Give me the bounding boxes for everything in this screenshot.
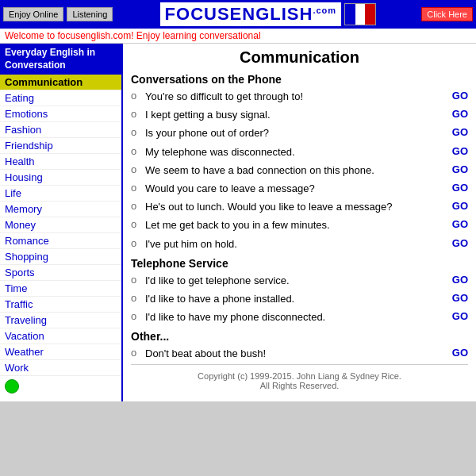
phrase-text: I've put him on hold. [145,237,447,251]
phrase-bullet: o [131,182,142,194]
phrase-text: We seem to have a bad connection on this… [145,163,447,178]
go-link[interactable]: GO [452,163,468,175]
sections-container: Conversations on the PhoneoYou're so dif… [131,73,468,362]
footer-line1: Copyright (c) 1999-2015. John Liang & Sy… [137,371,462,381]
go-link[interactable]: GO [452,182,468,194]
phrase-text: Would you care to leave a message? [145,182,447,196]
logo-area: FOCUSENGLISH.com [159,1,376,28]
footer-line2: All Rights Reserved. [137,381,462,390]
phrase-row: oI'd like to get telephone service.GO [131,273,468,289]
phrase-bullet: o [131,237,142,249]
phrase-row: oI kept getting a busy signal.GO [131,107,468,123]
phrase-row: oI'd like to have a phone installed.GO [131,291,468,307]
phrase-bullet: o [131,200,142,212]
sidebar-item-weather[interactable]: Weather [0,344,121,360]
section-title: Telephone Service [131,257,468,270]
phrase-row: oLet me get back to you in a few minutes… [131,217,468,233]
sidebar-items: CommunicationEatingEmotionsFashionFriend… [0,75,121,376]
go-link[interactable]: GO [452,145,468,157]
sidebar-item-romance[interactable]: Romance [0,233,121,249]
phrase-bullet: o [131,274,142,286]
phrase-text: I'd like to have a phone installed. [145,292,447,306]
sidebar-item-traffic[interactable]: Traffic [0,297,121,313]
sidebar-item-friendship[interactable]: Friendship [0,138,121,154]
go-link[interactable]: GO [452,274,468,286]
phrase-row: oMy telephone was disconnected.GO [131,144,468,160]
sidebar-item-shopping[interactable]: Shopping [0,249,121,265]
phrase-row: oHe's out to lunch. Would you like to le… [131,199,468,215]
phrase-text: My telephone was disconnected. [145,145,447,159]
go-link[interactable]: GO [452,126,468,138]
phrase-row: oWe seem to have a bad connection on thi… [131,163,468,178]
listening-button[interactable]: Listening [67,7,113,21]
phrase-bullet: o [131,292,142,304]
sidebar-item-fashion[interactable]: Fashion [0,122,121,138]
logo-english: ENGLISH [230,4,313,24]
phrase-row: oYou're so difficult to get through to!G… [131,89,468,105]
welcome-bar: Welcome to focusenglish.com! Enjoy learn… [0,29,476,44]
phrase-bullet: o [131,218,142,230]
phrase-bullet: o [131,126,142,138]
phrase-bullet: o [131,108,142,120]
sidebar-item-traveling[interactable]: Traveling [0,313,121,328]
phrase-row: oWould you care to leave a message?GO [131,181,468,197]
sidebar-item-work[interactable]: Work [0,360,121,376]
go-link[interactable]: GO [452,200,468,212]
section: Other...oDon't beat about the bush!GO [131,330,468,362]
site-logo: FOCUSENGLISH.com [159,1,343,28]
green-circle-icon [5,379,19,393]
go-link[interactable]: GO [452,292,468,304]
phrase-row: oI've put him on hold.GO [131,236,468,252]
phrase-text: You're so difficult to get through to! [145,90,447,104]
go-link[interactable]: GO [452,90,468,102]
phrase-row: oDon't beat about the bush!GO [131,346,468,362]
sidebar-item-vacation[interactable]: Vacation [0,328,121,344]
cta-button[interactable]: Click Here [421,7,473,21]
phrase-text: Don't beat about the bush! [145,347,447,361]
sidebar-item-housing[interactable]: Housing [0,170,121,186]
section: Telephone ServiceoI'd like to get teleph… [131,257,468,326]
sidebar-item-money[interactable]: Money [0,217,121,233]
sidebar: Everyday English in Conversation Communi… [0,44,123,401]
phrase-bullet: o [131,163,142,175]
phrase-text: I kept getting a busy signal. [145,108,447,122]
sidebar-item-sports[interactable]: Sports [0,265,121,281]
sidebar-item-life[interactable]: Life [0,186,121,202]
phrase-bullet: o [131,310,142,322]
go-link[interactable]: GO [452,237,468,249]
sidebar-item-communication[interactable]: Communication [0,75,121,90]
page-title: Communication [131,48,468,67]
go-link[interactable]: GO [452,108,468,120]
phrase-text: I'd like to have my phone disconnected. [145,310,447,324]
sidebar-item-time[interactable]: Time [0,281,121,297]
phrase-bullet: o [131,347,142,359]
sidebar-icon-area [0,376,121,397]
content-area: Communication Conversations on the Phone… [123,44,476,401]
section: Conversations on the PhoneoYou're so dif… [131,73,468,252]
enjoy-online-button[interactable]: Enjoy Online [3,7,63,21]
sidebar-header: Everyday English in Conversation [0,44,121,75]
sidebar-item-eating[interactable]: Eating [0,90,121,106]
phrase-row: oI'd like to have my phone disconnected.… [131,309,468,325]
phrase-text: He's out to lunch. Would you like to lea… [145,200,447,214]
logo-com: .com [313,6,336,15]
phrase-text: Is your phone out of order? [145,126,447,140]
go-link[interactable]: GO [452,218,468,230]
footer: Copyright (c) 1999-2015. John Liang & Sy… [131,364,468,397]
sidebar-item-memory[interactable]: Memory [0,202,121,217]
sidebar-item-emotions[interactable]: Emotions [0,106,121,122]
section-title: Other... [131,330,468,343]
welcome-text: Welcome to focusenglish.com! Enjoy learn… [5,30,261,41]
phrase-row: oIs your phone out of order?GO [131,125,468,141]
go-link[interactable]: GO [452,310,468,322]
flag-icon [344,3,376,25]
sidebar-item-health[interactable]: Health [0,154,121,170]
phrase-text: I'd like to get telephone service. [145,274,447,288]
section-title: Conversations on the Phone [131,73,468,86]
logo-focus: FOCUS [165,4,230,24]
phrase-text: Let me get back to you in a few minutes. [145,218,447,232]
go-link[interactable]: GO [452,347,468,359]
phrase-bullet: o [131,90,142,102]
phrase-bullet: o [131,145,142,157]
